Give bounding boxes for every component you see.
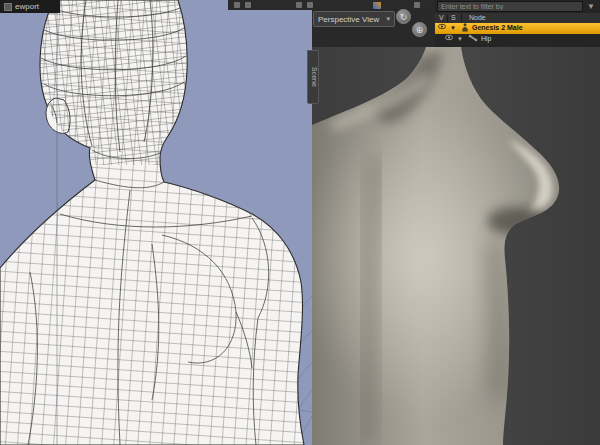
- orbit-camera-icon[interactable]: ↻: [396, 9, 411, 24]
- toolbar-icon-1[interactable]: [234, 2, 240, 8]
- scene-filter-input[interactable]: [437, 1, 583, 12]
- bone-icon: [468, 34, 478, 46]
- toolbar-icon-4[interactable]: [307, 2, 313, 8]
- scene-row-genesis-2-male[interactable]: ▼ Genesis 2 Male: [435, 23, 600, 34]
- frame-view-icon[interactable]: ⊕: [412, 22, 427, 37]
- daz-cube-icon[interactable]: [373, 2, 381, 9]
- view-selector-dropdown[interactable]: Perspective View ▾: [313, 11, 395, 27]
- col-node[interactable]: Node: [469, 13, 486, 23]
- chevron-down-icon: ▾: [386, 15, 390, 23]
- toolbar-icon-5[interactable]: [414, 2, 420, 8]
- expander-triangle-icon[interactable]: ▼: [450, 23, 456, 34]
- scene-pane-side-tab[interactable]: Scene: [307, 50, 319, 104]
- wireframe-canvas: [0, 0, 312, 445]
- pane-icon: [4, 3, 12, 11]
- visibility-eye-icon[interactable]: [445, 34, 453, 45]
- scene-node-label: Hip: [481, 34, 492, 45]
- pane-tab-label: ewport: [15, 0, 39, 13]
- wireframe-viewport[interactable]: [0, 0, 312, 445]
- visibility-eye-icon[interactable]: [438, 23, 446, 34]
- toolbar-icon-2[interactable]: [245, 2, 251, 8]
- filter-funnel-icon[interactable]: ▼: [587, 2, 597, 12]
- col-selected[interactable]: S: [451, 13, 456, 23]
- col-visibility[interactable]: V: [439, 13, 444, 23]
- view-selector-label: Perspective View: [318, 15, 379, 24]
- shaded-canvas: [312, 47, 600, 445]
- scene-node-label: Genesis 2 Male: [472, 23, 523, 34]
- app-window: Perspective View ▾ ↻ ⊕ ▼ V S Node ▼ Gene…: [0, 0, 600, 445]
- scene-row-hip[interactable]: ▼ Hip: [435, 34, 600, 45]
- toolbar-icon-3[interactable]: [296, 2, 302, 8]
- viewport-pane-tab[interactable]: ewport: [0, 0, 60, 13]
- frame-glyph: ⊕: [416, 25, 424, 35]
- orbit-glyph: ↻: [400, 12, 408, 22]
- shaded-viewport[interactable]: [312, 47, 600, 445]
- viewport-toolbar: [228, 0, 441, 10]
- expander-triangle-icon[interactable]: ▼: [457, 34, 463, 45]
